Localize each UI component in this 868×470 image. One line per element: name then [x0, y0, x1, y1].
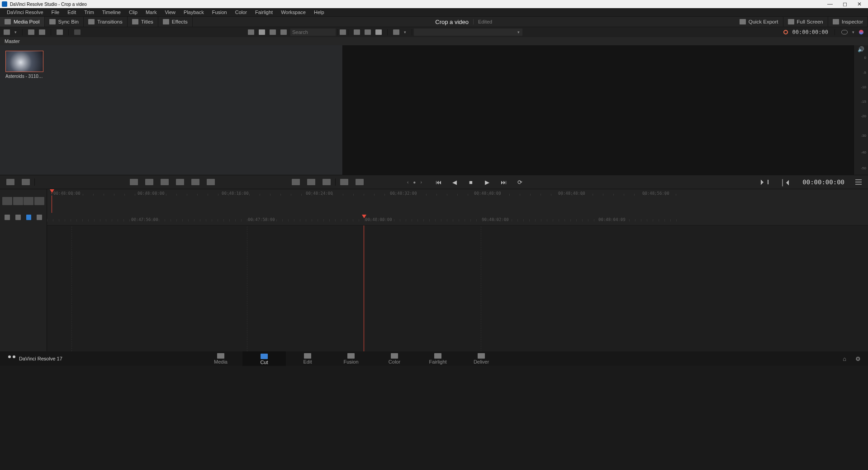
menu-timeline[interactable]: Timeline [98, 10, 125, 15]
minimize-button[interactable]: — [827, 1, 833, 7]
bin-list-icon[interactable] [4, 29, 10, 35]
bypass-fx-icon[interactable] [841, 30, 848, 34]
tab-media[interactable]: Media [199, 351, 242, 366]
menu-view[interactable]: View [161, 10, 180, 15]
tab-deliver[interactable]: Deliver [460, 351, 503, 366]
strip-view-icon[interactable] [270, 29, 276, 35]
next-edit-icon[interactable]: › [420, 180, 422, 185]
menu-mark[interactable]: Mark [142, 10, 161, 15]
timeline-options-icon[interactable] [855, 179, 862, 185]
track-audio-lock-icon[interactable] [2, 197, 12, 205]
jump-end-button[interactable]: ⏭ [499, 178, 508, 186]
tab-color[interactable]: Color [373, 351, 416, 366]
menu-davinci-resolve[interactable]: DaVinci Resolve [3, 10, 47, 15]
cut-icon[interactable] [307, 179, 315, 185]
effects-toggle[interactable]: Effects [158, 17, 193, 27]
timeline-selector[interactable]: ▾ [414, 29, 522, 36]
viewer-timecode[interactable]: 00:00:00:00 [792, 29, 828, 35]
boring-detector-icon[interactable] [6, 179, 14, 185]
stop-button[interactable]: ■ [467, 178, 475, 186]
add-track-icon[interactable] [34, 197, 44, 205]
dissolve-icon[interactable] [292, 179, 300, 185]
menu-clip[interactable]: Clip [125, 10, 142, 15]
loop-button[interactable]: ⟳ [516, 178, 524, 186]
search-input[interactable] [290, 29, 336, 36]
media-pool-toggle[interactable]: Media Pool [0, 17, 45, 27]
menu-fusion[interactable]: Fusion [208, 10, 231, 15]
tools-icon[interactable] [340, 179, 348, 185]
menu-help[interactable]: Help [310, 10, 328, 15]
media-pool[interactable]: Asteroids - 31105.... [0, 45, 343, 175]
tab-fusion[interactable]: Fusion [329, 351, 373, 366]
split-clip-icon[interactable] [22, 179, 30, 185]
smart-insert-icon[interactable] [130, 179, 138, 185]
ripple-overwrite-icon[interactable] [161, 179, 169, 185]
prev-edit-icon[interactable]: ‹ [407, 180, 408, 185]
full-screen-button[interactable]: Full Screen [783, 17, 828, 27]
timeline-timecode[interactable]: 00:00:00:00 [802, 178, 844, 186]
menu-color[interactable]: Color [231, 10, 251, 15]
append-icon[interactable] [145, 179, 153, 185]
marker-icon[interactable] [15, 215, 21, 220]
trim-mode-icon[interactable] [24, 197, 33, 205]
menu-workspace[interactable]: Workspace [277, 10, 310, 15]
track-area[interactable] [47, 225, 868, 351]
detail-ruler[interactable]: 00:47:56:00 00:47:58:00 00:48:00:00 00:4… [47, 213, 868, 225]
close-up-icon[interactable] [176, 179, 184, 185]
chevron-down-icon[interactable]: ▾ [404, 30, 406, 34]
titles-toggle[interactable]: Titles [128, 17, 158, 27]
sync-bin-toggle[interactable]: Sync Bin [45, 17, 84, 27]
flag-icon[interactable] [26, 215, 32, 220]
chevron-down-icon[interactable]: ▾ [852, 30, 854, 34]
source-tape-icon[interactable] [365, 29, 371, 35]
project-settings-button[interactable]: ⚙ [855, 355, 861, 362]
import-folder-icon[interactable] [39, 29, 45, 35]
viewer[interactable] [343, 45, 854, 175]
maximize-button[interactable]: ◻ [843, 1, 847, 7]
place-on-top-icon[interactable] [191, 179, 199, 185]
resolve-fx-icon[interactable] [74, 29, 81, 35]
close-button[interactable]: ✕ [857, 1, 862, 7]
smooth-cut-icon[interactable] [323, 179, 331, 185]
bin-name[interactable]: Master [5, 38, 20, 44]
chevron-down-icon[interactable]: ▾ [14, 30, 17, 34]
timeline-view-icon[interactable] [375, 29, 382, 35]
main-area: Asteroids - 31105.... 🔊 0 -5 -10 -15 -20… [0, 45, 868, 175]
record-indicator-icon[interactable] [783, 30, 788, 34]
play-button[interactable]: ▶ [483, 178, 491, 186]
jump-start-button[interactable]: ⏮ [434, 178, 442, 186]
import-media-icon[interactable] [28, 29, 34, 35]
source-overwrite-icon[interactable] [207, 179, 215, 185]
sync-clips-icon[interactable] [57, 29, 63, 35]
inspector-toggle[interactable]: Inspector [828, 17, 868, 27]
play-reverse-button[interactable]: ◀ [451, 178, 459, 186]
menu-file[interactable]: File [47, 10, 64, 15]
thumbnail-view-icon[interactable] [259, 29, 265, 35]
mark-in-button[interactable]: ⏵∣ [759, 178, 770, 186]
tab-fairlight[interactable]: Fairlight [416, 351, 460, 366]
safe-area-icon[interactable] [393, 29, 399, 35]
transitions-toggle[interactable]: Transitions [84, 17, 128, 27]
source-clip-icon[interactable] [354, 29, 360, 35]
mark-out-button[interactable]: ∣⏴ [781, 178, 792, 187]
color-tools-icon[interactable] [859, 30, 863, 34]
snap-icon[interactable] [5, 215, 10, 220]
speaker-icon[interactable]: 🔊 [854, 45, 868, 53]
sort-icon[interactable] [340, 29, 346, 35]
metadata-view-icon[interactable] [248, 29, 254, 35]
overview-ruler[interactable]: 00:48:00:00 00:48:08:00 00:48:16:00 00:4… [47, 189, 868, 213]
menu-fairlight[interactable]: Fairlight [251, 10, 277, 15]
sync-audio-icon[interactable] [356, 179, 364, 185]
list-view-icon[interactable] [280, 29, 287, 35]
menu-playback[interactable]: Playback [180, 10, 208, 15]
menu-edit[interactable]: Edit [63, 10, 80, 15]
timeline-display-icon[interactable] [37, 215, 42, 220]
media-clip[interactable]: Asteroids - 31105.... [5, 51, 43, 79]
menu-trim[interactable]: Trim [80, 10, 98, 15]
tab-cut[interactable]: Cut [242, 351, 286, 366]
home-button[interactable]: ⌂ [843, 355, 846, 362]
tab-edit[interactable]: Edit [286, 351, 329, 366]
quick-export-button[interactable]: Quick Export [735, 17, 783, 27]
track-video-lock-icon[interactable] [13, 197, 23, 205]
ruler-label: 00:48:24:00 [306, 191, 333, 196]
